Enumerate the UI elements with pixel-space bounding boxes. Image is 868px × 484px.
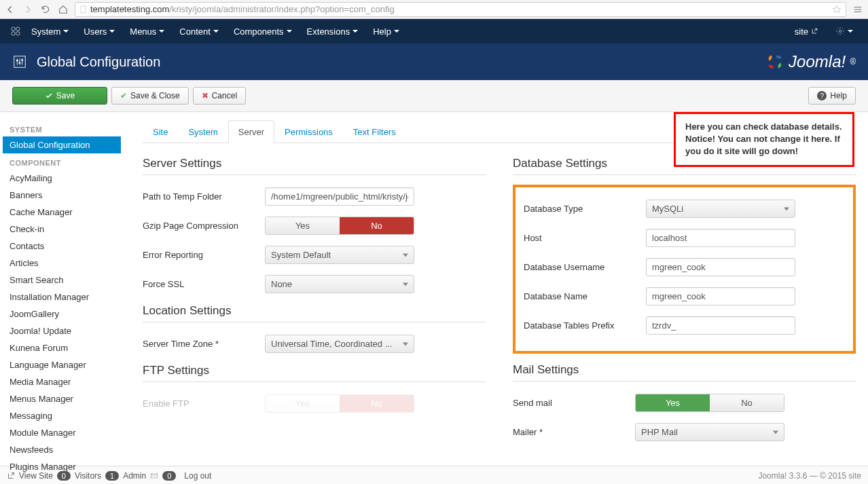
- sidebar-item[interactable]: Module Manager: [3, 424, 121, 441]
- svg-point-5: [839, 30, 842, 33]
- menu-icon[interactable]: [852, 3, 864, 16]
- star-icon[interactable]: [832, 5, 842, 14]
- reload-icon[interactable]: [39, 3, 52, 16]
- url-bar[interactable]: templatetesting.com/kristy/joomla/admini…: [75, 2, 846, 17]
- sidebar-item[interactable]: Menus Manager: [3, 390, 121, 407]
- help-button[interactable]: ?Help: [808, 87, 856, 105]
- gzip-toggle[interactable]: YesNo: [265, 217, 414, 235]
- nav-components[interactable]: Components: [228, 22, 297, 41]
- db-prefix-label: Database Tables Prefix: [524, 320, 646, 331]
- svg-rect-0: [81, 6, 86, 13]
- sidebar-item[interactable]: Media Manager: [3, 373, 121, 390]
- page-header: Global Configuration Joomla!®: [0, 43, 868, 80]
- sidebar: SYSTEM Global Configuration COMPONENT Ac…: [0, 112, 130, 466]
- nav-help[interactable]: Help: [367, 22, 405, 41]
- force-ssl-label: Force SSL: [143, 279, 265, 289]
- forward-icon[interactable]: [22, 3, 34, 16]
- home-icon[interactable]: [57, 3, 69, 16]
- nav-menus[interactable]: Menus: [124, 22, 170, 41]
- tab-text-filters[interactable]: Text Filters: [343, 120, 406, 143]
- gzip-label: Gzip Page Compression: [143, 221, 265, 231]
- sidebar-item[interactable]: Cache Manager: [3, 204, 121, 221]
- config-icon: [12, 54, 27, 69]
- svg-point-3: [12, 32, 15, 35]
- sidebar-item[interactable]: Messaging: [3, 407, 121, 424]
- footer-version: Joomla! 3.3.6 — © 2015 site: [758, 471, 861, 481]
- enable-ftp-label: Enable FTP: [143, 398, 265, 409]
- db-host-label: Host: [524, 233, 646, 243]
- sidebar-item[interactable]: Kunena Forum: [3, 339, 121, 356]
- joomla-icon[interactable]: [10, 25, 22, 37]
- sidebar-item[interactable]: Contacts: [3, 238, 121, 255]
- sidebar-item[interactable]: Check-in: [3, 221, 121, 238]
- timezone-label: Server Time Zone *: [143, 339, 265, 349]
- external-icon: [7, 472, 15, 480]
- nav-site-link[interactable]: site: [789, 22, 823, 41]
- admin-topnav: System Users Menus Content Components Ex…: [0, 19, 868, 43]
- visitors-badge: 0: [57, 471, 71, 481]
- db-user-label: Database Username: [524, 262, 646, 272]
- external-icon: [811, 28, 818, 35]
- save-button[interactable]: Save: [12, 87, 107, 105]
- database-highlight-box: Database Type MySQLi Host Database Usern…: [513, 185, 856, 354]
- db-host-input[interactable]: [646, 229, 795, 247]
- path-input[interactable]: [265, 187, 414, 206]
- page-icon: [79, 5, 88, 14]
- sidebar-item[interactable]: Installation Manager: [3, 288, 121, 305]
- timezone-select[interactable]: Universal Time, Coordinated ...: [265, 335, 414, 353]
- url-text: templatetesting.com/kristy/joomla/admini…: [90, 4, 395, 14]
- db-type-select[interactable]: MySQLi: [646, 200, 795, 218]
- sidebar-item[interactable]: Newsfeeds: [3, 441, 121, 458]
- page-title: Global Configuration: [37, 54, 160, 70]
- nav-users[interactable]: Users: [78, 22, 120, 41]
- tab-server[interactable]: Server: [228, 120, 274, 143]
- send-mail-toggle[interactable]: YesNo: [635, 394, 784, 412]
- back-icon[interactable]: [4, 3, 16, 16]
- path-label: Path to Temp Folder: [143, 191, 265, 202]
- tab-system[interactable]: System: [178, 120, 228, 143]
- apply-icon: [45, 92, 53, 100]
- sidebar-head-component: COMPONENT: [10, 159, 121, 167]
- logout-link[interactable]: Log out: [184, 471, 211, 481]
- save-close-button[interactable]: ✔Save & Close: [111, 87, 189, 105]
- sidebar-item[interactable]: Smart Search: [3, 272, 121, 288]
- server-settings-title: Server Settings: [143, 157, 486, 175]
- sidebar-item[interactable]: Joomla! Update: [3, 322, 121, 339]
- sidebar-head-system: SYSTEM: [10, 126, 121, 134]
- joomla-brand: Joomla!®: [765, 52, 856, 71]
- send-mail-label: Send mail: [513, 398, 635, 408]
- sidebar-item[interactable]: Language Manager: [3, 356, 121, 373]
- mail-icon: [150, 472, 158, 480]
- sidebar-item[interactable]: AcyMailing: [3, 170, 121, 187]
- action-toolbar: Save ✔Save & Close ✖Cancel ?Help: [0, 80, 868, 112]
- error-reporting-select[interactable]: System Default: [265, 246, 414, 264]
- force-ssl-select[interactable]: None: [265, 275, 414, 293]
- mailer-select[interactable]: PHP Mail: [635, 423, 784, 441]
- gear-icon[interactable]: [830, 22, 858, 40]
- annotation-callout: Here you can check database details. Not…: [674, 112, 854, 167]
- sidebar-item-global-configuration[interactable]: Global Configuration: [3, 136, 121, 153]
- nav-content[interactable]: Content: [174, 22, 224, 41]
- nav-extensions[interactable]: Extensions: [302, 22, 364, 41]
- admin-badge: 1: [105, 471, 119, 481]
- tab-site[interactable]: Site: [143, 120, 178, 143]
- svg-point-7: [16, 60, 18, 62]
- svg-point-1: [12, 27, 15, 31]
- cancel-button[interactable]: ✖Cancel: [193, 87, 246, 105]
- sidebar-item[interactable]: Banners: [3, 187, 121, 204]
- sidebar-item[interactable]: JoomGallery: [3, 305, 121, 322]
- db-prefix-input[interactable]: [646, 316, 795, 335]
- right-panel: Database Settings Database Type MySQLi H…: [513, 157, 856, 452]
- sidebar-item[interactable]: Articles: [3, 255, 121, 272]
- svg-point-2: [16, 27, 20, 31]
- db-name-input[interactable]: [646, 287, 795, 305]
- main-content: Here you can check database details. Not…: [130, 112, 868, 466]
- tab-permissions[interactable]: Permissions: [274, 120, 343, 143]
- db-user-input[interactable]: [646, 258, 795, 276]
- left-panel: Server Settings Path to Temp Folder Gzip…: [143, 157, 486, 452]
- nav-system[interactable]: System: [26, 22, 74, 41]
- view-site-link[interactable]: View Site: [19, 471, 53, 481]
- location-settings-title: Location Settings: [143, 304, 486, 322]
- enable-ftp-toggle[interactable]: YesNo: [265, 394, 414, 413]
- svg-point-4: [16, 32, 20, 35]
